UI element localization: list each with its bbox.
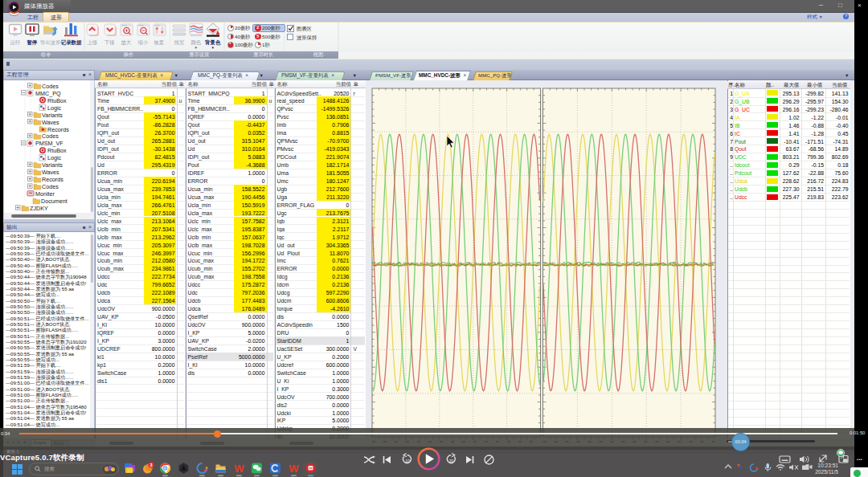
svg-text:2025/11/5: 2025/11/5 (815, 469, 838, 475)
svg-text:3: 3 (149, 463, 152, 467)
svg-text:10: 10 (405, 459, 410, 463)
svg-text:W: W (289, 463, 299, 475)
svg-text:30: 30 (449, 459, 454, 463)
svg-text:W: W (234, 463, 244, 475)
svg-text:10:23:51: 10:23:51 (817, 463, 838, 468)
